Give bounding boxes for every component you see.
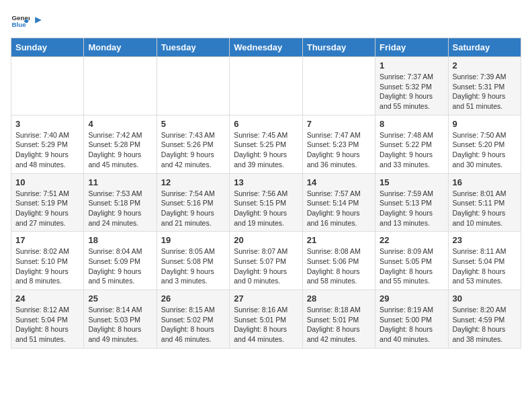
day-header-monday: Monday	[84, 38, 157, 57]
svg-text:Blue: Blue	[11, 21, 26, 28]
svg-marker-2	[35, 17, 42, 24]
day-number: 29	[380, 293, 443, 304]
day-info: Sunrise: 7:47 AMSunset: 5:23 PMDaylight:…	[307, 130, 371, 170]
calendar-cell: 24Sunrise: 8:12 AMSunset: 5:04 PMDayligh…	[11, 290, 84, 349]
calendar-cell: 25Sunrise: 8:14 AMSunset: 5:03 PMDayligh…	[84, 290, 157, 349]
day-info: Sunrise: 8:15 AMSunset: 5:02 PMDaylight:…	[161, 305, 225, 345]
calendar-cell	[11, 57, 84, 116]
calendar-cell: 19Sunrise: 8:05 AMSunset: 5:08 PMDayligh…	[157, 232, 229, 290]
day-number: 13	[234, 177, 298, 187]
day-info: Sunrise: 7:54 AMSunset: 5:16 PMDaylight:…	[161, 189, 225, 228]
day-number: 4	[88, 119, 152, 129]
day-info: Sunrise: 7:40 AMSunset: 5:29 PMDaylight:…	[15, 130, 79, 170]
calendar-cell: 13Sunrise: 7:56 AMSunset: 5:15 PMDayligh…	[230, 173, 302, 232]
calendar-cell: 16Sunrise: 8:01 AMSunset: 5:11 PMDayligh…	[448, 173, 521, 232]
day-header-tuesday: Tuesday	[157, 38, 229, 57]
calendar-header-row: SundayMondayTuesdayWednesdayThursdayFrid…	[11, 38, 521, 57]
day-number: 1	[380, 60, 443, 71]
calendar-week-4: 17Sunrise: 8:02 AMSunset: 5:10 PMDayligh…	[11, 232, 521, 290]
calendar-cell: 29Sunrise: 8:19 AMSunset: 5:00 PMDayligh…	[375, 290, 448, 349]
calendar-cell: 12Sunrise: 7:54 AMSunset: 5:16 PMDayligh…	[157, 173, 229, 232]
day-number: 6	[234, 119, 298, 129]
calendar-cell: 17Sunrise: 8:02 AMSunset: 5:10 PMDayligh…	[11, 232, 84, 290]
header: General Blue	[11, 11, 521, 30]
calendar-week-3: 10Sunrise: 7:51 AMSunset: 5:19 PMDayligh…	[11, 173, 521, 232]
day-number: 2	[453, 60, 517, 71]
day-info: Sunrise: 7:59 AMSunset: 5:13 PMDaylight:…	[380, 189, 443, 228]
day-number: 11	[88, 177, 152, 187]
calendar-cell: 26Sunrise: 8:15 AMSunset: 5:02 PMDayligh…	[157, 290, 229, 349]
day-info: Sunrise: 8:09 AMSunset: 5:05 PMDaylight:…	[380, 246, 443, 286]
calendar-cell: 30Sunrise: 8:20 AMSunset: 4:59 PMDayligh…	[448, 290, 521, 349]
day-number: 17	[15, 235, 79, 245]
day-info: Sunrise: 8:19 AMSunset: 5:00 PMDaylight:…	[380, 305, 443, 345]
day-info: Sunrise: 7:57 AMSunset: 5:14 PMDaylight:…	[307, 189, 371, 228]
calendar-cell: 28Sunrise: 8:18 AMSunset: 5:01 PMDayligh…	[302, 290, 375, 349]
day-number: 5	[161, 119, 225, 129]
day-number: 16	[453, 177, 517, 187]
day-number: 25	[88, 293, 152, 304]
day-number: 3	[15, 119, 79, 129]
day-info: Sunrise: 8:16 AMSunset: 5:01 PMDaylight:…	[234, 305, 298, 345]
day-number: 22	[380, 235, 443, 245]
day-number: 20	[234, 235, 298, 245]
day-number: 27	[234, 293, 298, 304]
day-info: Sunrise: 8:20 AMSunset: 4:59 PMDaylight:…	[453, 305, 517, 345]
calendar-cell: 18Sunrise: 8:04 AMSunset: 5:09 PMDayligh…	[84, 232, 157, 290]
calendar-cell: 23Sunrise: 8:11 AMSunset: 5:04 PMDayligh…	[448, 232, 521, 290]
day-header-wednesday: Wednesday	[230, 38, 302, 57]
day-info: Sunrise: 7:51 AMSunset: 5:19 PMDaylight:…	[15, 189, 79, 228]
calendar-week-5: 24Sunrise: 8:12 AMSunset: 5:04 PMDayligh…	[11, 290, 521, 349]
day-number: 10	[15, 177, 79, 187]
day-number: 21	[307, 235, 371, 245]
calendar-week-1: 1Sunrise: 7:37 AMSunset: 5:32 PMDaylight…	[11, 57, 521, 116]
calendar-table: SundayMondayTuesdayWednesdayThursdayFrid…	[11, 38, 521, 349]
day-info: Sunrise: 8:04 AMSunset: 5:09 PMDaylight:…	[88, 246, 152, 286]
day-info: Sunrise: 8:18 AMSunset: 5:01 PMDaylight:…	[307, 305, 371, 345]
calendar-cell: 5Sunrise: 7:43 AMSunset: 5:26 PMDaylight…	[157, 115, 229, 173]
day-header-sunday: Sunday	[11, 38, 84, 57]
day-info: Sunrise: 7:43 AMSunset: 5:26 PMDaylight:…	[161, 130, 225, 170]
day-number: 9	[453, 119, 517, 129]
day-header-saturday: Saturday	[448, 38, 521, 57]
day-number: 7	[307, 119, 371, 129]
day-header-thursday: Thursday	[302, 38, 375, 57]
calendar-cell: 15Sunrise: 7:59 AMSunset: 5:13 PMDayligh…	[375, 173, 448, 232]
day-info: Sunrise: 7:53 AMSunset: 5:18 PMDaylight:…	[88, 189, 152, 228]
day-info: Sunrise: 8:11 AMSunset: 5:04 PMDaylight:…	[453, 246, 517, 286]
calendar-cell	[157, 57, 229, 116]
calendar-cell: 11Sunrise: 7:53 AMSunset: 5:18 PMDayligh…	[84, 173, 157, 232]
day-number: 15	[380, 177, 443, 187]
logo-icon: General Blue	[11, 11, 30, 30]
calendar-cell: 2Sunrise: 7:39 AMSunset: 5:31 PMDaylight…	[448, 57, 521, 116]
calendar-cell: 21Sunrise: 8:08 AMSunset: 5:06 PMDayligh…	[302, 232, 375, 290]
day-info: Sunrise: 7:45 AMSunset: 5:25 PMDaylight:…	[234, 130, 298, 170]
day-number: 26	[161, 293, 225, 304]
day-info: Sunrise: 8:07 AMSunset: 5:07 PMDaylight:…	[234, 246, 298, 286]
day-number: 19	[161, 235, 225, 245]
calendar-cell	[302, 57, 375, 116]
calendar-cell: 9Sunrise: 7:50 AMSunset: 5:20 PMDaylight…	[448, 115, 521, 173]
day-number: 14	[307, 177, 371, 187]
calendar-cell: 6Sunrise: 7:45 AMSunset: 5:25 PMDaylight…	[230, 115, 302, 173]
day-number: 18	[88, 235, 152, 245]
day-info: Sunrise: 7:42 AMSunset: 5:28 PMDaylight:…	[88, 130, 152, 170]
day-info: Sunrise: 8:02 AMSunset: 5:10 PMDaylight:…	[15, 246, 79, 286]
calendar-cell: 14Sunrise: 7:57 AMSunset: 5:14 PMDayligh…	[302, 173, 375, 232]
calendar-week-2: 3Sunrise: 7:40 AMSunset: 5:29 PMDaylight…	[11, 115, 521, 173]
day-number: 12	[161, 177, 225, 187]
day-number: 24	[15, 293, 79, 304]
day-header-friday: Friday	[375, 38, 448, 57]
day-number: 28	[307, 293, 371, 304]
day-info: Sunrise: 7:48 AMSunset: 5:22 PMDaylight:…	[380, 130, 443, 170]
day-info: Sunrise: 7:37 AMSunset: 5:32 PMDaylight:…	[380, 72, 443, 111]
calendar-cell: 22Sunrise: 8:09 AMSunset: 5:05 PMDayligh…	[375, 232, 448, 290]
day-info: Sunrise: 7:50 AMSunset: 5:20 PMDaylight:…	[453, 130, 517, 170]
day-number: 8	[380, 119, 443, 129]
logo-arrow-icon	[33, 15, 44, 26]
calendar-cell	[230, 57, 302, 116]
day-info: Sunrise: 8:01 AMSunset: 5:11 PMDaylight:…	[453, 189, 517, 228]
day-info: Sunrise: 7:39 AMSunset: 5:31 PMDaylight:…	[453, 72, 517, 111]
calendar-cell: 7Sunrise: 7:47 AMSunset: 5:23 PMDaylight…	[302, 115, 375, 173]
day-info: Sunrise: 8:08 AMSunset: 5:06 PMDaylight:…	[307, 246, 371, 286]
